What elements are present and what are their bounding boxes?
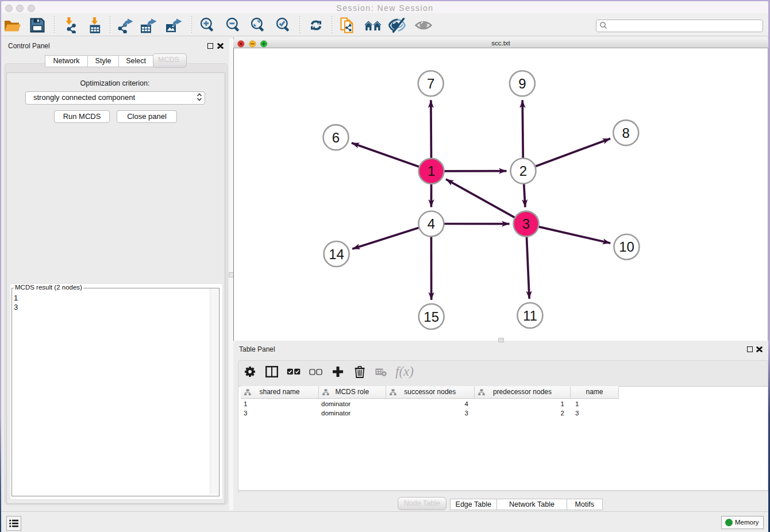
svg-text:15: 15 (424, 309, 439, 325)
svg-text:7: 7 (427, 76, 434, 91)
svg-text:9: 9 (518, 76, 526, 91)
svg-text:2: 2 (519, 163, 527, 179)
svg-text:11: 11 (523, 308, 537, 323)
svg-text:8: 8 (622, 125, 630, 141)
svg-text:6: 6 (332, 130, 340, 145)
svg-text:10: 10 (619, 239, 634, 255)
svg-text:4: 4 (428, 216, 435, 232)
svg-text:14: 14 (329, 246, 344, 262)
svg-text:1: 1 (428, 163, 435, 179)
svg-text:3: 3 (522, 216, 530, 232)
